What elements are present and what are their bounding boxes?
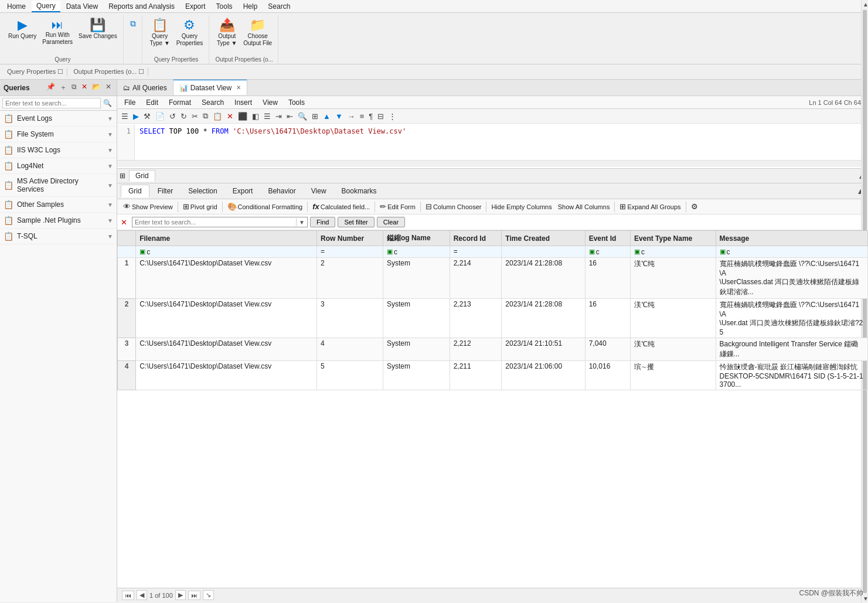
editor-btn-pilcrow[interactable]: ¶	[367, 111, 375, 122]
sidebar-item-tsql[interactable]: 📋 T-SQL ▼	[0, 229, 117, 244]
editor-btn-right-arrow[interactable]: →	[346, 111, 357, 122]
grid-settings-btn[interactable]: ⚙	[689, 201, 700, 212]
nav-last-btn[interactable]: ⏭	[188, 591, 200, 600]
menu-item-reports[interactable]: Reports and Analysis	[104, 1, 179, 12]
editor-menu-edit[interactable]: Edit	[141, 97, 163, 108]
filter-log-name[interactable]: ▣c	[383, 246, 450, 258]
th-event-id[interactable]: Event Id	[585, 231, 630, 246]
editor-menu-tools[interactable]: Tools	[284, 97, 309, 108]
filter-event-id[interactable]: ▣c	[585, 246, 630, 258]
nav-next-btn[interactable]: ▶	[175, 590, 186, 600]
sidebar-item-iis-w3c[interactable]: 📋 IIS W3C Logs ▼	[0, 142, 117, 158]
menu-item-home[interactable]: Home	[2, 1, 30, 12]
editor-btn-find-prev[interactable]: 🔍	[296, 111, 309, 122]
sidebar-folder-icon[interactable]: 📂	[90, 82, 103, 93]
sidebar-delete-icon[interactable]: ✕	[80, 82, 89, 93]
filter-filename[interactable]: ▣c	[136, 246, 317, 258]
pivot-grid-btn[interactable]: ⊞ Pivot grid	[181, 201, 220, 212]
expand-all-btn[interactable]: ⊞ Expand All Groups	[617, 201, 683, 212]
tab-all-queries[interactable]: 🗂 All Queries	[117, 80, 173, 96]
editor-menu-search[interactable]: Search	[197, 97, 229, 108]
sidebar-copy-icon[interactable]: ⧉	[70, 82, 79, 93]
editor-btn-indent[interactable]: ⇥	[274, 111, 284, 122]
column-chooser-btn[interactable]: ⊟ Column Chooser	[423, 201, 484, 212]
tab-dataset-view[interactable]: 📊 Dataset View ✕	[173, 80, 247, 95]
sidebar-item-event-logs[interactable]: 📋 Event Logs ▼	[0, 111, 117, 127]
filter-record-id[interactable]: =	[450, 246, 502, 258]
menu-item-dataview[interactable]: Data View	[62, 1, 103, 12]
sidebar-item-ms-ad[interactable]: 📋 MS Active Directory Services ▼	[0, 174, 117, 197]
filter-message[interactable]: ▣c	[716, 246, 867, 258]
grid-subtab-behavior[interactable]: Behavior	[261, 185, 302, 197]
filter-dropdown-btn[interactable]: ▼	[296, 219, 307, 226]
editor-btn-copy[interactable]: ⧉	[201, 110, 210, 122]
sql-query-text[interactable]: SELECT TOP 100 * FROM 'C:\Users\16471\De…	[135, 125, 868, 160]
filter-event-type[interactable]: ▣c	[631, 246, 716, 258]
editor-btn-up[interactable]: ▲	[321, 111, 332, 122]
menu-item-search[interactable]: Search	[263, 1, 295, 12]
edit-form-btn[interactable]: ✏ Edit Form	[377, 201, 418, 212]
grid-subtab-export[interactable]: Export	[226, 185, 260, 197]
calculated-field-btn[interactable]: fx Calculated field...	[310, 201, 372, 212]
run-with-params-button[interactable]: ⏭ Run With Parameters	[40, 18, 75, 47]
copy-button[interactable]: ⧉	[128, 18, 138, 30]
editor-btn-dots[interactable]: ⋮	[387, 111, 398, 122]
nav-first-btn[interactable]: ⏮	[122, 591, 134, 600]
editor-btn-sidebar[interactable]: ☰	[120, 111, 130, 122]
menu-item-export[interactable]: Export	[181, 1, 210, 12]
grid-tab-grid[interactable]: Grid	[129, 170, 155, 182]
editor-menu-view[interactable]: View	[258, 97, 282, 108]
sidebar-close-icon[interactable]: ✕	[104, 82, 113, 93]
choose-output-button[interactable]: 📁 Choose Output File	[241, 18, 274, 48]
editor-btn-redo[interactable]: ↻	[179, 111, 189, 122]
editor-btn-build[interactable]: ⚒	[142, 111, 152, 122]
editor-btn-run[interactable]: ▶	[131, 111, 141, 122]
sidebar-item-sample-net[interactable]: 📋 Sample .Net Plugins ▼	[0, 213, 117, 229]
editor-btn-jump[interactable]: ⊞	[310, 111, 320, 122]
menu-item-tools[interactable]: Tools	[212, 1, 237, 12]
editor-menu-format[interactable]: Format	[164, 97, 196, 108]
sidebar-add-icon[interactable]: ＋	[58, 82, 69, 93]
conditional-formatting-btn[interactable]: 🎨 Conditional Formatting	[225, 201, 305, 212]
editor-menu-insert[interactable]: Insert	[230, 97, 257, 108]
sidebar-item-log4net[interactable]: 📋 Log4Net ▼	[0, 158, 117, 174]
editor-btn-delete[interactable]: ✕	[225, 111, 235, 122]
sidebar-item-other-samples[interactable]: 📋 Other Samples ▼	[0, 197, 117, 213]
grid-subtab-grid[interactable]: Grid	[121, 185, 149, 197]
save-changes-button[interactable]: 💾 Save Changes	[76, 18, 120, 41]
editor-btn-align-center[interactable]: ☰	[262, 111, 273, 122]
filter-search-input[interactable]	[132, 217, 296, 227]
editor-btn-list[interactable]: ≡	[358, 111, 366, 122]
th-filename[interactable]: Filename	[136, 231, 317, 246]
run-query-button[interactable]: ▶ Run Query	[6, 18, 39, 41]
grid-subtab-view[interactable]: View	[304, 185, 333, 197]
th-log-name[interactable]: 鎰縮og Name	[383, 231, 450, 246]
editor-btn-paste[interactable]: 📋	[211, 111, 224, 122]
filter-clear-x-icon[interactable]: ✕	[121, 218, 127, 227]
find-button[interactable]: Find	[310, 217, 335, 227]
editor-btn-align-left[interactable]: ◧	[250, 111, 261, 122]
sidebar-pin-icon[interactable]: 📌	[45, 82, 57, 93]
menu-item-query[interactable]: Query	[32, 1, 60, 12]
nav-prev-btn[interactable]: ◀	[137, 590, 147, 600]
grid-subtab-filter[interactable]: Filter	[151, 185, 181, 197]
nav-end-btn[interactable]: ↘	[203, 590, 214, 600]
clear-button[interactable]: Clear	[377, 217, 405, 227]
editor-btn-cut[interactable]: ✂	[190, 111, 200, 122]
query-properties-button[interactable]: ⚙ Query Properties	[174, 18, 206, 48]
filter-row-number[interactable]: =	[317, 246, 383, 258]
editor-menu-file[interactable]: File	[120, 97, 140, 108]
th-message[interactable]: Message	[716, 231, 867, 246]
menu-item-help[interactable]: Help	[239, 1, 263, 12]
grid-subtab-selection[interactable]: Selection	[181, 185, 224, 197]
sidebar-search-input[interactable]	[2, 98, 101, 108]
th-row-number[interactable]: Row Number	[317, 231, 383, 246]
grid-subtab-bookmarks[interactable]: Bookmarks	[335, 185, 384, 197]
query-type-button[interactable]: 📋 Query Type ▼	[147, 18, 173, 48]
sidebar-item-file-system[interactable]: 📋 File System ▼	[0, 127, 117, 142]
set-filter-button[interactable]: Set filter	[338, 217, 374, 227]
show-all-btn[interactable]: Show All Columns	[556, 202, 612, 212]
output-type-button[interactable]: 📤 Output Type ▼	[214, 18, 240, 48]
editor-hscrollbar[interactable]	[117, 160, 868, 167]
editor-btn-wrap[interactable]: ⬛	[236, 111, 249, 122]
